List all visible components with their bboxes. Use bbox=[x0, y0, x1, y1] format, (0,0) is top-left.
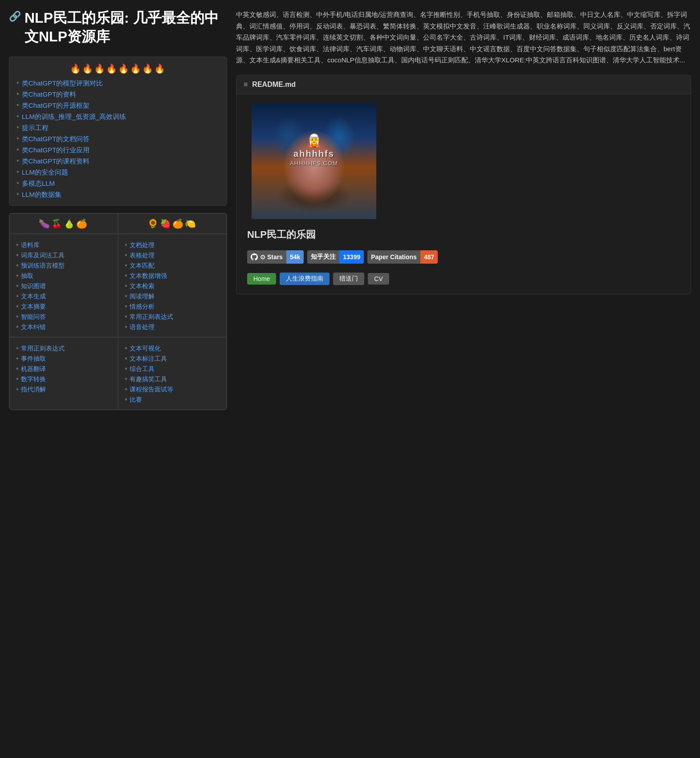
top-link-item[interactable]: LLM的训练_推理_低资源_高效训练 bbox=[16, 113, 220, 121]
grid-col2-header: 🌻🍓🍊🍋 bbox=[118, 213, 227, 234]
top-link-item[interactable]: 类ChatGPT的模型评测对比 bbox=[16, 79, 220, 88]
grid-link-text[interactable]: 事件抽取 bbox=[21, 355, 46, 363]
grid-list-item[interactable]: 事件抽取 bbox=[16, 355, 111, 363]
top-link-text[interactable]: 类ChatGPT的资料 bbox=[22, 90, 77, 99]
nav-link-cv[interactable]: CV bbox=[368, 273, 389, 285]
top-link-text[interactable]: 类ChatGPT的课程资料 bbox=[22, 157, 90, 166]
grid-link-text[interactable]: 比赛 bbox=[130, 396, 142, 404]
top-link-text[interactable]: LLM的安全问题 bbox=[22, 168, 68, 177]
grid-link-text[interactable]: 常用正则表达式 bbox=[21, 345, 65, 353]
svg-point-3 bbox=[286, 143, 342, 201]
grid-link-text[interactable]: 文本匹配 bbox=[130, 262, 155, 270]
top-link-item[interactable]: 类ChatGPT的文档问答 bbox=[16, 135, 220, 143]
grid-link-text[interactable]: 常用正则表达式 bbox=[130, 313, 173, 321]
top-link-item[interactable]: 类ChatGPT的开源框架 bbox=[16, 102, 220, 110]
grid-list-item[interactable]: 语音处理 bbox=[125, 323, 220, 331]
top-link-text[interactable]: 多模态LLM bbox=[22, 179, 55, 188]
grid-list-item[interactable]: 知识图谱 bbox=[16, 282, 111, 290]
grid-list-item[interactable]: 语料库 bbox=[16, 241, 111, 249]
grid-link-text[interactable]: 预训练语言模型 bbox=[21, 262, 65, 270]
nav-link-home[interactable]: Home bbox=[247, 273, 276, 285]
top-link-text[interactable]: 类ChatGPT的文档问答 bbox=[22, 135, 90, 143]
svg-rect-1 bbox=[252, 161, 376, 219]
grid-list-item[interactable]: 文本数据增强 bbox=[125, 272, 220, 280]
grid-list-item[interactable]: 有趣搞笑工具 bbox=[125, 375, 220, 383]
grid-list-item[interactable]: 文本纠错 bbox=[16, 323, 111, 331]
grid-list-item[interactable]: 情感分析 bbox=[125, 303, 220, 311]
grid-list-item[interactable]: 综合工具 bbox=[125, 365, 220, 373]
top-link-item[interactable]: 类ChatGPT的行业应用 bbox=[16, 146, 220, 155]
grid-link-text[interactable]: 语音处理 bbox=[130, 323, 155, 331]
grid-link-text[interactable]: 文本标注工具 bbox=[130, 355, 167, 363]
grid-list-item[interactable]: 文本标注工具 bbox=[125, 355, 220, 363]
grid-list-item[interactable]: 机器翻译 bbox=[16, 365, 111, 373]
grid-list-item[interactable]: 预训练语言模型 bbox=[16, 262, 111, 270]
fire-emojis: 🔥🔥🔥🔥🔥🔥🔥🔥 bbox=[16, 63, 220, 74]
right-column: 中英文敏感词、语言检测、中外手机/电话归属地/运营商查询、名字推断性别、手机号抽… bbox=[236, 9, 691, 749]
grid-link-text[interactable]: 文本可视化 bbox=[130, 345, 161, 353]
grid-link-text[interactable]: 数字转换 bbox=[21, 375, 46, 383]
grid-link-text[interactable]: 文本纠错 bbox=[21, 323, 46, 331]
stars-text: ⊙ Stars bbox=[260, 253, 283, 261]
svg-point-8 bbox=[285, 132, 343, 172]
top-link-text[interactable]: 类ChatGPT的开源框架 bbox=[22, 102, 90, 110]
grid-list-item[interactable]: 文本摘要 bbox=[16, 303, 111, 311]
top-link-item[interactable]: 类ChatGPT的课程资料 bbox=[16, 157, 220, 166]
grid-link-text[interactable]: 综合工具 bbox=[130, 365, 155, 373]
nav-link-life[interactable]: 人生浪费指南 bbox=[280, 273, 330, 285]
badge-citations[interactable]: Paper Citations 487 bbox=[367, 250, 438, 264]
grid-list-item[interactable]: 数字转换 bbox=[16, 375, 111, 383]
grid-list-item[interactable]: 词库及词法工具 bbox=[16, 252, 111, 260]
top-link-item[interactable]: LLM的数据集 bbox=[16, 191, 220, 199]
grid-col2-items-row1: 文档处理表格处理文本匹配文本数据增强文本检索阅读理解情感分析常用正则表达式语音处… bbox=[118, 234, 227, 337]
grid-list-item[interactable]: 文本匹配 bbox=[125, 262, 220, 270]
grid-list-item[interactable]: 文档处理 bbox=[125, 241, 220, 249]
badge-citations-value: 487 bbox=[420, 250, 438, 264]
grid-link-text[interactable]: 有趣搞笑工具 bbox=[130, 375, 167, 383]
grid-list-item[interactable]: 常用正则表达式 bbox=[125, 313, 220, 321]
title-area: 🔗 NLP民工的乐园: 几乎最全的中文NLP资源库 bbox=[9, 9, 227, 49]
grid-list-item[interactable]: 文本检索 bbox=[125, 282, 220, 290]
nav-link-hunt[interactable]: 猎送门 bbox=[333, 273, 364, 285]
github-icon bbox=[251, 253, 258, 261]
grid-link-text[interactable]: 语料库 bbox=[21, 241, 40, 249]
top-link-text[interactable]: 提示工程 bbox=[22, 124, 49, 132]
grid-list-item[interactable]: 文本生成 bbox=[16, 293, 111, 301]
grid-list-item[interactable]: 智能问答 bbox=[16, 313, 111, 321]
grid-list-item[interactable]: 常用正则表达式 bbox=[16, 345, 111, 353]
grid-link-text[interactable]: 抽取 bbox=[21, 272, 33, 280]
grid-link-text[interactable]: 文本检索 bbox=[130, 282, 155, 290]
top-link-item[interactable]: 提示工程 bbox=[16, 124, 220, 132]
grid-link-text[interactable]: 指代消解 bbox=[21, 386, 46, 394]
grid-link-text[interactable]: 文本生成 bbox=[21, 293, 46, 301]
grid-link-text[interactable]: 文本摘要 bbox=[21, 303, 46, 311]
grid-list-item[interactable]: 课程报告面试等 bbox=[125, 386, 220, 394]
badge-zhihu[interactable]: 知乎关注 13399 bbox=[307, 250, 364, 264]
grid-list-item[interactable]: 比赛 bbox=[125, 396, 220, 404]
top-link-item[interactable]: LLM的安全问题 bbox=[16, 168, 220, 177]
grid-link-text[interactable]: 机器翻译 bbox=[21, 365, 46, 373]
grid-list-item[interactable]: 阅读理解 bbox=[125, 293, 220, 301]
top-link-text[interactable]: 类ChatGPT的行业应用 bbox=[22, 146, 90, 155]
grid-link-text[interactable]: 文档处理 bbox=[130, 241, 155, 249]
grid-link-text[interactable]: 情感分析 bbox=[130, 303, 155, 311]
grid-link-text[interactable]: 阅读理解 bbox=[130, 293, 155, 301]
grid-list-item[interactable]: 表格处理 bbox=[125, 252, 220, 260]
top-link-text[interactable]: LLM的训练_推理_低资源_高效训练 bbox=[22, 113, 126, 121]
top-link-text[interactable]: 类ChatGPT的模型评测对比 bbox=[22, 79, 103, 88]
grid-link-text[interactable]: 知识图谱 bbox=[21, 282, 46, 290]
grid-list-item[interactable]: 抽取 bbox=[16, 272, 111, 280]
grid-link-text[interactable]: 表格处理 bbox=[130, 252, 155, 260]
grid-link-text[interactable]: 文本数据增强 bbox=[130, 272, 167, 280]
top-link-item[interactable]: 类ChatGPT的资料 bbox=[16, 90, 220, 99]
portrait-container: 🧝 ahhhhfs AHHHHFS.COM bbox=[252, 103, 376, 219]
grid-list-item[interactable]: 指代消解 bbox=[16, 386, 111, 394]
top-link-item[interactable]: 多模态LLM bbox=[16, 179, 220, 188]
grid-list-item[interactable]: 文本可视化 bbox=[125, 345, 220, 353]
top-link-text[interactable]: LLM的数据集 bbox=[22, 191, 61, 199]
badge-stars[interactable]: ⊙ Stars 54k bbox=[247, 250, 304, 264]
grid-link-text[interactable]: 智能问答 bbox=[21, 313, 46, 321]
badge-stars-value: 54k bbox=[286, 250, 304, 264]
grid-link-text[interactable]: 课程报告面试等 bbox=[130, 386, 173, 394]
grid-link-text[interactable]: 词库及词法工具 bbox=[21, 252, 65, 260]
